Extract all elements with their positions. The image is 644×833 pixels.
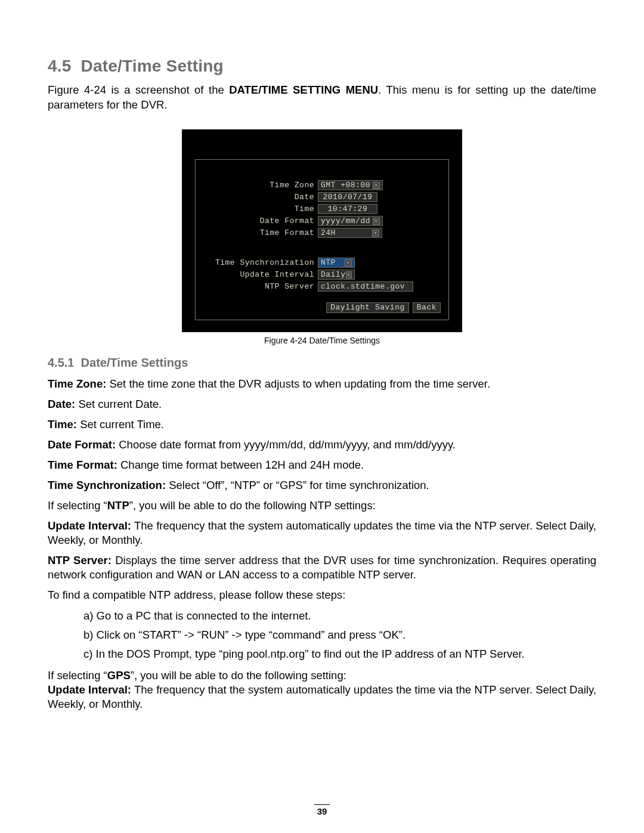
label-timeformat: Time Format	[205, 228, 318, 237]
dvr-button-row: Daylight Saving Back	[326, 302, 441, 313]
subsection-number: 4.5.1	[48, 356, 74, 369]
chevron-down-icon: ▾	[345, 259, 352, 267]
def-sync: Time Synchronization: Select “Off”, “NTP…	[48, 478, 596, 493]
gps-select-line: If selecting “GPS”, you will be able to …	[48, 668, 596, 683]
intro-paragraph: Figure 4-24 is a screenshot of the DATE/…	[48, 83, 596, 113]
daylight-saving-button[interactable]: Daylight Saving	[326, 302, 409, 313]
find-ntp-intro: To find a compatible NTP address, please…	[48, 588, 596, 602]
def-update-interval: Update Interval: The frequency that the …	[48, 519, 596, 547]
page-number: 39	[0, 804, 644, 816]
section-title-text: Date/Time Setting	[81, 57, 224, 75]
def-timezone-label: Time Zone:	[48, 377, 106, 390]
field-timeformat[interactable]: 24H▾	[318, 228, 382, 238]
def-ntpserver-text: Displays the time server address that th…	[48, 554, 596, 581]
row-time: Time 10:47:29	[205, 203, 413, 215]
field-dateformat[interactable]: yyyy/mm/dd▾	[318, 216, 383, 226]
dvr-form: Time Zone GMT +08:00▾ Date 2010/07/19 Ti…	[205, 179, 413, 293]
label-time: Time	[205, 205, 318, 213]
back-button[interactable]: Back	[413, 302, 441, 313]
row-timezone: Time Zone GMT +08:00▾	[205, 179, 413, 191]
ntp-steps: a) Go to a PC that is connected to the i…	[48, 609, 596, 661]
section-number: 4.5	[48, 57, 72, 75]
def-update-label: Update Interval:	[48, 519, 131, 532]
def-date-text: Set current Date.	[75, 398, 162, 410]
field-ntp[interactable]: clock.stdtime.gov	[318, 281, 413, 292]
document-page: 4.5 Date/Time Setting Figure 4-24 is a s…	[0, 0, 644, 741]
def-time-text: Set current Time.	[77, 418, 164, 431]
def-sync-text: Select “Off”, “NTP” or “GPS” for time sy…	[166, 479, 429, 491]
field-timezone[interactable]: GMT +08:00▾	[318, 180, 383, 190]
def-timeformat-label: Time Format:	[48, 459, 117, 471]
label-timezone: Time Zone	[205, 181, 318, 190]
gps-select-prefix: If selecting “	[48, 669, 107, 682]
figure-screenshot: Date/Time - Date/Time Settings ➤ Time Zo…	[182, 129, 462, 332]
chevron-down-icon: ▾	[372, 230, 379, 237]
dvr-screen: Date/Time - Date/Time Settings ➤ Time Zo…	[182, 129, 462, 332]
chevron-down-icon: ▾	[373, 182, 380, 189]
figure-caption: Figure 4-24 Date/Time Settings	[48, 336, 596, 345]
row-interval: Update Interval Daily▾	[205, 269, 413, 281]
def-timeformat-text: Change time format between 12H and 24H m…	[117, 459, 364, 471]
step-c: c) In the DOS Prompt, type “ping pool.nt…	[83, 647, 596, 661]
intro-prefix: Figure 4-24 is a screenshot of the	[48, 83, 229, 96]
row-gap	[205, 239, 413, 257]
chevron-down-icon: ▾	[373, 218, 380, 225]
intro-menu-name: DATE/TIME SETTING MENU	[229, 83, 378, 96]
label-interval: Update Interval	[205, 270, 318, 279]
ntp-select-suffix: ”, you will be able to do the following …	[129, 499, 376, 512]
def-date-label: Date:	[48, 398, 75, 410]
gps-select-suffix: ”, you will be able to do the following …	[131, 669, 346, 682]
step-a: a) Go to a PC that is connected to the i…	[83, 609, 596, 623]
label-date: Date	[205, 193, 318, 202]
field-time[interactable]: 10:47:29	[318, 204, 377, 214]
def-dateformat: Date Format: Choose date format from yyy…	[48, 438, 596, 452]
def-sync-label: Time Synchronization:	[48, 479, 166, 491]
ntp-select-line: If selecting “NTP”, you will be able to …	[48, 498, 596, 513]
def-date: Date: Set current Date.	[48, 397, 596, 411]
field-date[interactable]: 2010/07/19	[318, 192, 377, 202]
def-ntpserver: NTP Server: Displays the time server add…	[48, 553, 596, 582]
def-dateformat-label: Date Format:	[48, 438, 116, 451]
label-dateformat: Date Format	[205, 216, 318, 225]
def-timeformat: Time Format: Change time format between …	[48, 458, 596, 472]
ntp-select-prefix: If selecting “	[48, 499, 107, 512]
def-update2-label: Update Interval:	[48, 683, 131, 696]
row-ntp: NTP Server clock.stdtime.gov	[205, 281, 413, 293]
chevron-down-icon: ▾	[346, 271, 352, 278]
def-dateformat-text: Choose date format from yyyy/mm/dd, dd/m…	[116, 438, 456, 451]
step-b: b) Click on “START” -> “RUN” -> type “co…	[83, 628, 596, 642]
def-timezone: Time Zone: Set the time zone that the DV…	[48, 377, 596, 391]
def-timezone-text: Set the time zone that the DVR adjusts t…	[106, 377, 490, 390]
subsection-heading: 4.5.1 Date/Time Settings	[48, 356, 596, 370]
field-interval[interactable]: Daily▾	[318, 270, 355, 280]
def-update-interval-2: Update Interval: The frequency that the …	[48, 683, 596, 711]
subsection-title-text: Date/Time Settings	[81, 356, 188, 369]
row-sync: Time Synchronization NTP▾	[205, 257, 413, 269]
gps-bold: GPS	[107, 669, 131, 682]
row-dateformat: Date Format yyyy/mm/dd▾	[205, 215, 413, 227]
def-time: Time: Set current Time.	[48, 417, 596, 432]
def-ntpserver-label: NTP Server:	[48, 554, 112, 566]
row-timeformat: Time Format 24H▾	[205, 227, 413, 239]
row-date: Date 2010/07/19	[205, 191, 413, 203]
label-sync: Time Synchronization	[205, 258, 318, 267]
def-time-label: Time:	[48, 418, 77, 431]
ntp-bold: NTP	[107, 499, 129, 512]
field-sync[interactable]: NTP▾	[318, 258, 355, 268]
label-ntp: NTP Server	[205, 282, 318, 291]
section-heading: 4.5 Date/Time Setting	[48, 57, 596, 76]
